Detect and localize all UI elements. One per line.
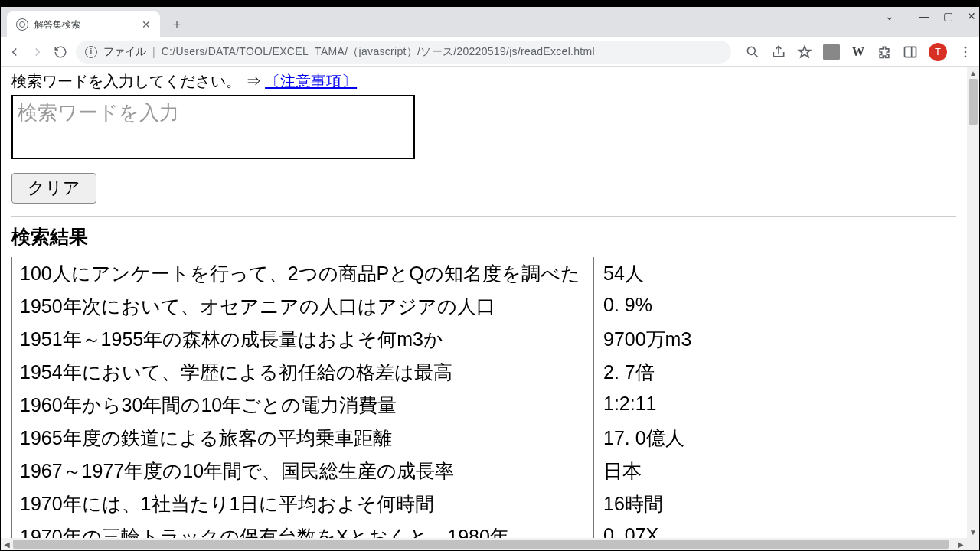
extensions-puzzle-icon[interactable] <box>877 44 892 60</box>
horizontal-scrollbar[interactable]: ◀ ▶ <box>1 538 967 550</box>
table-row: 1954年において、学歴による初任給の格差は最高2. 7倍 <box>12 356 700 389</box>
close-window-button[interactable]: ✕ <box>967 10 976 22</box>
vscroll-track[interactable] <box>967 79 979 526</box>
svg-point-2 <box>965 46 967 48</box>
address-bar[interactable]: i ファイル | C:/Users/DATA/TOOL/EXCEL_TAMA/（… <box>76 41 731 64</box>
url-scheme: ファイル <box>103 45 146 59</box>
sidepanel-icon[interactable] <box>903 44 918 60</box>
table-row: 1960年から30年間の10年ごとの電力消費量1:2:11 <box>12 389 700 422</box>
zoom-icon[interactable] <box>745 44 760 60</box>
kebab-menu-icon[interactable] <box>958 44 973 60</box>
table-row: 1970年には、1社当たり1日に平均およそ何時間16時間 <box>12 487 700 520</box>
result-question: 1954年において、学歴による初任給の格差は最高 <box>12 356 594 389</box>
scroll-left-icon[interactable]: ◀ <box>1 538 13 550</box>
forward-button[interactable] <box>30 44 45 60</box>
minimize-button[interactable]: ― <box>919 10 929 22</box>
close-tab-icon[interactable]: ✕ <box>142 18 151 31</box>
result-answer: 0. 07X <box>594 520 700 538</box>
result-answer: 日本 <box>594 455 700 487</box>
tab-title: 解答集検索 <box>34 18 136 31</box>
results-heading: 検索結果 <box>11 224 956 249</box>
notice-link[interactable]: 〔注意事項〕 <box>265 73 357 90</box>
result-answer: 54人 <box>594 257 700 290</box>
tab-strip: 解答集検索 ✕ + ⌄ ― ▢ ✕ <box>1 7 979 37</box>
result-question: 1965年度の鉄道による旅客の平均乗車距離 <box>12 422 594 455</box>
results-table: 100人にアンケートを行って、2つの商品PとQの知名度を調べた54人1950年次… <box>11 257 699 538</box>
result-question: 1967～1977年度の10年間で、国民総生産の成長率 <box>12 455 594 487</box>
result-question: 1950年次において、オセアニアの人口はアジアの人口 <box>12 290 594 323</box>
site-info-icon[interactable]: i <box>85 46 97 58</box>
result-answer: 0. 9% <box>594 290 700 323</box>
svg-point-0 <box>747 47 755 54</box>
maximize-button[interactable]: ▢ <box>943 10 953 22</box>
result-question: 1970年には、1社当たり1日に平均およそ何時間 <box>12 487 594 520</box>
result-answer: 1:2:11 <box>594 389 700 422</box>
reload-button[interactable] <box>53 44 68 60</box>
table-row: 1965年度の鉄道による旅客の平均乗車距離17. 0億人 <box>12 422 700 455</box>
table-row: 1950年次において、オセアニアの人口はアジアの人口0. 9% <box>12 290 700 323</box>
search-input[interactable] <box>11 95 415 159</box>
result-answer: 9700万m3 <box>594 323 700 356</box>
result-question: 1960年から30年間の10年ごとの電力消費量 <box>12 389 594 422</box>
url-path: C:/Users/DATA/TOOL/EXCEL_TAMA/（javascrip… <box>162 45 595 59</box>
result-answer: 16時間 <box>594 487 700 520</box>
extension-gtranslate-icon[interactable] <box>823 44 840 60</box>
scroll-right-icon[interactable]: ▶ <box>955 538 967 550</box>
profile-avatar[interactable]: T <box>929 43 947 61</box>
result-question: 1951年～1955年の森林の成長量はおよそ何m3か <box>12 323 594 356</box>
browser-toolbar: i ファイル | C:/Users/DATA/TOOL/EXCEL_TAMA/（… <box>1 37 979 67</box>
browser-tab[interactable]: 解答集検索 ✕ <box>7 11 160 37</box>
hscroll-thumb[interactable] <box>13 540 949 549</box>
clear-button[interactable]: クリア <box>11 173 96 204</box>
result-answer: 17. 0億人 <box>594 422 700 455</box>
scroll-up-icon[interactable]: ▲ <box>967 67 979 79</box>
scroll-corner <box>967 538 979 550</box>
svg-rect-1 <box>905 47 916 57</box>
table-row: 1951年～1955年の森林の成長量はおよそ何m3か9700万m3 <box>12 323 700 356</box>
divider <box>11 216 956 217</box>
extension-wikipedia-icon[interactable]: W <box>851 44 866 60</box>
bookmark-star-icon[interactable] <box>797 44 812 60</box>
svg-point-4 <box>965 55 967 57</box>
vscroll-thumb[interactable] <box>969 79 978 125</box>
scroll-down-icon[interactable]: ▼ <box>967 526 979 538</box>
result-answer: 2. 7倍 <box>594 356 700 389</box>
share-icon[interactable] <box>771 44 786 60</box>
back-button[interactable] <box>7 44 22 60</box>
result-question: 1970年の三輪トラックの保有台数をXとおくと、1980年 <box>12 520 594 538</box>
tab-search-chevron-icon[interactable]: ⌄ <box>885 10 894 22</box>
vertical-scrollbar[interactable]: ▲ ▼ <box>967 67 979 538</box>
globe-icon <box>16 18 28 31</box>
notice-arrow: ⇒ <box>246 73 261 90</box>
url-separator: | <box>152 46 155 58</box>
window-titlebar <box>1 1 979 7</box>
page-content: 検索ワードを入力してください。 ⇒ 〔注意事項〕 クリア 検索結果 100人にア… <box>1 67 967 538</box>
prompt-line: 検索ワードを入力してください。 ⇒ 〔注意事項〕 <box>11 71 956 92</box>
prompt-text: 検索ワードを入力してください。 <box>11 73 241 90</box>
table-row: 100人にアンケートを行って、2つの商品PとQの知名度を調べた54人 <box>12 257 700 290</box>
svg-point-3 <box>965 51 967 53</box>
new-tab-button[interactable]: + <box>166 14 188 35</box>
table-row: 1967～1977年度の10年間で、国民総生産の成長率日本 <box>12 455 700 487</box>
result-question: 100人にアンケートを行って、2つの商品PとQの知名度を調べた <box>12 257 594 290</box>
table-row: 1970年の三輪トラックの保有台数をXとおくと、1980年0. 07X <box>12 520 700 538</box>
